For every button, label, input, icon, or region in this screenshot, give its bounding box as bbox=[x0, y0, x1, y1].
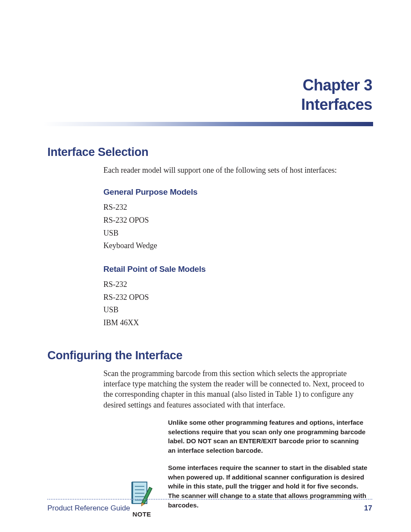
list-item: RS-232 bbox=[103, 201, 372, 214]
section-heading-configuring: Configuring the Interface bbox=[47, 349, 372, 362]
list-item: RS-232 OPOS bbox=[103, 214, 372, 227]
footer-divider bbox=[47, 499, 372, 500]
list-item: RS-232 OPOS bbox=[103, 291, 372, 304]
list-item: IBM 46XX bbox=[103, 317, 372, 330]
list-retail-pos: RS-232 RS-232 OPOS USB IBM 46XX bbox=[103, 278, 372, 330]
configuring-body: Scan the programming barcode from this s… bbox=[103, 368, 372, 410]
footer-title: Product Reference Guide bbox=[47, 504, 130, 513]
subheading-general-purpose: General Purpose Models bbox=[103, 187, 372, 197]
subheading-retail-pos: Retail Point of Sale Models bbox=[103, 264, 372, 274]
list-general-purpose: RS-232 RS-232 OPOS USB Keyboard Wedge bbox=[103, 201, 372, 252]
chapter-title: Interfaces bbox=[47, 95, 372, 114]
list-item: USB bbox=[103, 304, 372, 317]
intro-paragraph: Each reader model will support one of th… bbox=[103, 165, 372, 175]
list-item: RS-232 bbox=[103, 278, 372, 291]
chapter-label: Chapter 3 bbox=[47, 75, 372, 95]
list-item: USB bbox=[103, 227, 372, 240]
section-heading-interface-selection: Interface Selection bbox=[47, 146, 372, 159]
note-paragraph-1: Unlike some other programming features a… bbox=[168, 418, 368, 455]
list-item: Keyboard Wedge bbox=[103, 240, 372, 252]
page-number: 17 bbox=[364, 504, 372, 513]
divider-gradient bbox=[43, 122, 373, 126]
